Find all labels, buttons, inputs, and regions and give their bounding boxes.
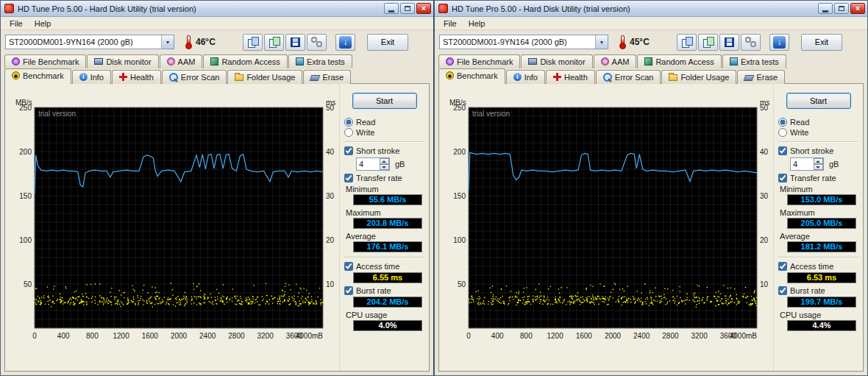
short-stroke-checkbox-input[interactable] bbox=[344, 146, 353, 155]
benchmark-chart: trial versionMB/sms501001502002501020304… bbox=[441, 99, 773, 349]
tab-erase[interactable]: Erase bbox=[303, 70, 351, 84]
tab-disk-monitor[interactable]: Disk monitor bbox=[87, 54, 158, 68]
copy-text-button[interactable] bbox=[264, 34, 284, 51]
write-radio[interactable]: Write bbox=[778, 128, 858, 137]
write-radio-input[interactable] bbox=[778, 128, 787, 137]
burst-rate-checkbox[interactable]: Burst rate bbox=[344, 286, 424, 295]
transfer-rate-checkbox-input[interactable] bbox=[778, 174, 787, 182]
short-stroke-checkbox[interactable]: Short stroke bbox=[344, 146, 424, 155]
tab-folder-usage[interactable]: Folder Usage bbox=[661, 70, 736, 84]
tab-info[interactable]: iInfo bbox=[72, 70, 111, 84]
drive-select[interactable]: ST2000DM001-9YN164 (2000 gB) ▼ bbox=[439, 35, 608, 49]
thermometer-icon bbox=[185, 35, 191, 49]
average-value: 181.2 MB/s bbox=[787, 241, 856, 252]
read-radio[interactable]: Read bbox=[778, 118, 858, 127]
spin-down-icon[interactable] bbox=[380, 164, 389, 170]
update-button[interactable]: ↓ bbox=[335, 34, 355, 51]
tab-row-secondary: File Benchmark Disk monitor AAM Random A… bbox=[1, 54, 433, 68]
short-stroke-checkbox-input[interactable] bbox=[778, 146, 787, 155]
save-screenshot-button[interactable] bbox=[719, 34, 739, 51]
access-time-checkbox[interactable]: Access time bbox=[778, 262, 858, 271]
tab-info[interactable]: iInfo bbox=[506, 70, 545, 84]
tab-disk-monitor[interactable]: Disk monitor bbox=[521, 54, 592, 68]
tab-extra-tests[interactable]: Extra tests bbox=[722, 54, 786, 68]
save-screenshot-button[interactable] bbox=[285, 34, 305, 51]
menu-file[interactable]: File bbox=[438, 18, 463, 29]
options-button[interactable] bbox=[741, 34, 761, 51]
cpu-usage-label: CPU usage bbox=[780, 311, 858, 319]
minimize-button[interactable] bbox=[384, 3, 399, 14]
tab-file-benchmark[interactable]: File Benchmark bbox=[438, 54, 520, 68]
tab-health[interactable]: Health bbox=[546, 70, 595, 84]
average-value: 176.1 MB/s bbox=[353, 241, 422, 252]
title-bar[interactable]: HD Tune Pro 5.00 - Hard Disk Utility (tr… bbox=[435, 1, 867, 17]
magnifier-icon bbox=[169, 73, 178, 82]
drive-select[interactable]: ST2000DM001-9YN164 (2000 gB) ▼ bbox=[5, 35, 174, 49]
spin-up-icon[interactable] bbox=[380, 158, 389, 164]
access-time-checkbox[interactable]: Access time bbox=[344, 262, 424, 271]
close-button[interactable]: × bbox=[416, 3, 431, 14]
menu-help[interactable]: Help bbox=[29, 18, 57, 29]
tab-aam[interactable]: AAM bbox=[160, 54, 203, 68]
spin-up-icon[interactable] bbox=[814, 158, 823, 164]
transfer-rate-checkbox[interactable]: Transfer rate bbox=[344, 174, 424, 182]
burst-rate-checkbox-input[interactable] bbox=[344, 286, 353, 295]
access-time-label: Access time bbox=[356, 262, 399, 271]
svg-text:3200: 3200 bbox=[691, 332, 708, 340]
exit-button[interactable]: Exit bbox=[801, 34, 842, 51]
transfer-rate-checkbox[interactable]: Transfer rate bbox=[778, 174, 858, 182]
title-bar[interactable]: HD Tune Pro 5.00 - Hard Disk Utility (tr… bbox=[1, 1, 433, 17]
tab-random-access[interactable]: Random Access bbox=[203, 54, 287, 68]
access-time-checkbox-input[interactable] bbox=[344, 262, 353, 271]
copy-text-button[interactable] bbox=[698, 34, 718, 51]
read-radio-input[interactable] bbox=[344, 118, 353, 127]
burst-rate-checkbox[interactable]: Burst rate bbox=[778, 286, 858, 295]
options-button[interactable] bbox=[307, 34, 327, 51]
copy-screenshot-button[interactable] bbox=[243, 34, 263, 51]
spin-down-icon[interactable] bbox=[814, 164, 823, 170]
short-stroke-checkbox[interactable]: Short stroke bbox=[778, 146, 858, 155]
maximize-icon bbox=[405, 6, 410, 11]
write-radio-input[interactable] bbox=[344, 128, 353, 137]
tab-file-benchmark[interactable]: File Benchmark bbox=[4, 54, 86, 68]
minimize-button[interactable] bbox=[818, 3, 833, 14]
tab-folder-usage[interactable]: Folder Usage bbox=[227, 70, 302, 84]
copy-screenshot-button[interactable] bbox=[677, 34, 697, 51]
tab-error-scan[interactable]: Error Scan bbox=[162, 70, 227, 84]
tab-health[interactable]: Health bbox=[112, 70, 161, 84]
menu-file[interactable]: File bbox=[4, 18, 29, 29]
exit-button[interactable]: Exit bbox=[367, 34, 408, 51]
app-window: HD Tune Pro 5.00 - Hard Disk Utility (tr… bbox=[434, 0, 868, 376]
tab-erase[interactable]: Erase bbox=[737, 70, 785, 84]
tab-row-primary: Benchmark iInfo Health Error Scan Folder… bbox=[435, 68, 867, 84]
svg-text:150: 150 bbox=[453, 192, 466, 200]
save-icon bbox=[291, 38, 300, 47]
short-stroke-size-input[interactable]: 4 bbox=[356, 157, 390, 171]
transfer-rate-checkbox-input[interactable] bbox=[344, 174, 353, 182]
tab-extra-tests[interactable]: Extra tests bbox=[288, 54, 352, 68]
start-button[interactable]: Start bbox=[352, 93, 417, 109]
tab-error-scan[interactable]: Error Scan bbox=[596, 70, 661, 84]
read-radio-input[interactable] bbox=[778, 118, 787, 127]
close-button[interactable]: × bbox=[850, 3, 865, 14]
tab-benchmark[interactable]: Benchmark bbox=[4, 68, 71, 84]
tab-random-access[interactable]: Random Access bbox=[637, 54, 721, 68]
menu-help[interactable]: Help bbox=[463, 18, 491, 29]
chart-area: trial versionMB/sms501001502002501020304… bbox=[439, 84, 773, 371]
tab-benchmark[interactable]: Benchmark bbox=[438, 68, 505, 84]
burst-rate-checkbox-input[interactable] bbox=[778, 286, 787, 295]
menu-bar: File Help bbox=[435, 17, 867, 30]
read-radio[interactable]: Read bbox=[344, 118, 424, 127]
maximize-button[interactable] bbox=[400, 3, 415, 14]
update-button[interactable]: ↓ bbox=[769, 34, 789, 51]
access-time-checkbox-input[interactable] bbox=[778, 262, 787, 271]
svg-text:trial version: trial version bbox=[472, 110, 510, 118]
write-radio[interactable]: Write bbox=[344, 128, 424, 137]
access-time-label: Access time bbox=[790, 262, 833, 271]
short-stroke-size-input[interactable]: 4 bbox=[790, 157, 824, 171]
svg-text:150: 150 bbox=[19, 192, 32, 200]
short-stroke-size-value: 4 bbox=[791, 158, 814, 170]
tab-aam[interactable]: AAM bbox=[594, 54, 637, 68]
start-button[interactable]: Start bbox=[786, 93, 851, 109]
maximize-button[interactable] bbox=[834, 3, 849, 14]
